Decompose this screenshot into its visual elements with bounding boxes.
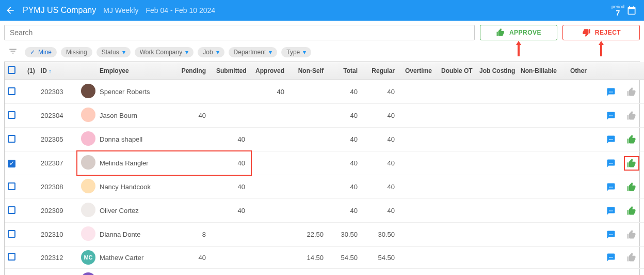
col-submitted[interactable]: Submitted bbox=[213, 62, 252, 80]
date-range: Feb 04 - Feb 10 2024 bbox=[146, 6, 215, 14]
table-row[interactable]: 202313 AS Agnus Stone 40 14.50 54.50 54.… bbox=[5, 269, 644, 276]
note-icon[interactable] bbox=[604, 205, 618, 217]
row-submitted bbox=[213, 104, 252, 128]
row-id: 202304 bbox=[38, 104, 78, 128]
approve-row-button[interactable] bbox=[625, 181, 638, 193]
col-total[interactable]: Total bbox=[331, 62, 365, 80]
note-icon[interactable] bbox=[604, 133, 618, 146]
approve-row-button[interactable] bbox=[625, 228, 638, 241]
back-icon[interactable] bbox=[5, 5, 15, 16]
row-checkbox[interactable] bbox=[8, 230, 15, 238]
row-non-self: 14.50 bbox=[292, 269, 331, 276]
table-row[interactable]: 202304 Jason Bourn 40 40 40 bbox=[5, 104, 644, 128]
reject-button[interactable]: REJECT bbox=[562, 25, 640, 40]
avatar bbox=[81, 131, 95, 146]
row-non-self bbox=[292, 175, 331, 199]
row-employee: Agnus Stone bbox=[96, 269, 174, 276]
row-non-self: 14.50 bbox=[292, 247, 331, 269]
company-name[interactable]: PYMJ US Company bbox=[23, 6, 96, 15]
table-row[interactable]: 202303 Spencer Roberts 40 40 40 bbox=[5, 80, 644, 104]
approve-row-button[interactable] bbox=[625, 86, 638, 98]
row-submitted: 40 bbox=[213, 151, 252, 175]
row-regular: 54.50 bbox=[365, 269, 402, 276]
row-regular: 40 bbox=[365, 199, 402, 223]
schedule-name: MJ Weekly bbox=[103, 6, 138, 14]
select-all-checkbox[interactable] bbox=[8, 66, 15, 74]
row-approved bbox=[252, 151, 292, 175]
row-pending: 40 bbox=[174, 247, 213, 269]
row-checkbox[interactable]: ✓ bbox=[8, 160, 15, 167]
col-id[interactable]: ID ↑ bbox=[38, 62, 78, 80]
row-checkbox[interactable] bbox=[8, 111, 15, 119]
row-checkbox[interactable] bbox=[8, 87, 15, 95]
col-non-billable[interactable]: Non-Billable bbox=[518, 62, 560, 80]
row-checkbox[interactable] bbox=[8, 182, 15, 190]
row-total: 40 bbox=[331, 175, 365, 199]
filter-status[interactable]: Status▾ bbox=[96, 47, 131, 57]
col-job-costing[interactable]: Job Costing bbox=[476, 62, 518, 80]
table-row[interactable]: 202310 Dianna Donte 8 22.50 30.50 30.50 bbox=[5, 223, 644, 247]
row-approved bbox=[252, 104, 292, 128]
table-row[interactable]: 202312 MC Mathew Carter 40 14.50 54.50 5… bbox=[5, 247, 644, 269]
col-other[interactable]: Other bbox=[560, 62, 594, 80]
row-non-self bbox=[292, 104, 331, 128]
approve-row-button[interactable] bbox=[625, 133, 638, 146]
row-submitted bbox=[213, 80, 252, 104]
col-double-ot[interactable]: Double OT bbox=[438, 62, 476, 80]
filter-mine[interactable]: ✓Mine bbox=[25, 47, 57, 57]
row-total: 40 bbox=[331, 80, 365, 104]
row-approved bbox=[252, 128, 292, 151]
approve-button-label: APPROVE bbox=[509, 29, 541, 36]
filter-work-company[interactable]: Work Company▾ bbox=[135, 47, 194, 57]
table-row[interactable]: 202308 Nancy Handcook 40 40 40 bbox=[5, 175, 644, 199]
filter-department[interactable]: Department▾ bbox=[229, 47, 278, 57]
note-icon[interactable] bbox=[604, 157, 618, 170]
table-row[interactable]: ✓ 202307 Melinda Rangler 40 40 40 bbox=[5, 151, 644, 175]
row-pending: 40 bbox=[174, 104, 213, 128]
row-checkbox[interactable] bbox=[8, 253, 15, 261]
row-checkbox[interactable] bbox=[8, 206, 15, 214]
col-employee[interactable]: Employee bbox=[96, 62, 174, 80]
row-id: 202307 bbox=[38, 151, 78, 175]
table-row[interactable]: 202309 Oliver Cortez 40 40 40 bbox=[5, 199, 644, 223]
row-approved bbox=[252, 175, 292, 199]
col-overtime[interactable]: Overtime bbox=[402, 62, 438, 80]
row-non-self bbox=[292, 199, 331, 223]
row-pending bbox=[174, 199, 213, 223]
row-checkbox[interactable] bbox=[8, 135, 15, 143]
row-regular: 40 bbox=[365, 175, 402, 199]
filter-job[interactable]: Job▾ bbox=[198, 47, 224, 57]
approve-row-button[interactable] bbox=[625, 110, 638, 122]
row-regular: 54.50 bbox=[365, 247, 402, 269]
approve-row-button[interactable] bbox=[625, 157, 638, 170]
note-icon[interactable] bbox=[604, 228, 618, 241]
col-approved[interactable]: Approved bbox=[252, 62, 292, 80]
col-non-self[interactable]: Non-Self bbox=[292, 62, 331, 80]
search-input[interactable] bbox=[4, 25, 475, 40]
filter-icon[interactable] bbox=[5, 47, 21, 57]
note-icon[interactable] bbox=[604, 110, 618, 122]
col-regular[interactable]: Regular bbox=[365, 62, 402, 80]
filter-missing[interactable]: Missing bbox=[61, 47, 92, 57]
approve-button[interactable]: APPROVE bbox=[480, 25, 557, 40]
row-employee: Nancy Handcook bbox=[96, 175, 174, 199]
period-selector[interactable]: period 7 bbox=[611, 5, 639, 17]
approve-row-button[interactable] bbox=[625, 251, 638, 264]
row-total: 40 bbox=[331, 151, 365, 175]
row-total: 40 bbox=[331, 199, 365, 223]
row-submitted: 40 bbox=[213, 128, 252, 151]
note-icon[interactable] bbox=[604, 86, 618, 98]
col-pending[interactable]: Pending bbox=[174, 62, 213, 80]
row-id: 202305 bbox=[38, 128, 78, 151]
table-row[interactable]: 202305 Donna shapell 40 40 40 bbox=[5, 128, 644, 151]
period-value: 7 bbox=[611, 9, 624, 17]
filter-type[interactable]: Type▾ bbox=[281, 47, 311, 57]
avatar bbox=[81, 84, 95, 98]
note-icon[interactable] bbox=[604, 181, 618, 193]
note-icon[interactable] bbox=[604, 251, 618, 264]
row-total: 40 bbox=[331, 128, 365, 151]
row-regular: 40 bbox=[365, 104, 402, 128]
calendar-icon[interactable] bbox=[626, 5, 637, 16]
approve-row-button[interactable] bbox=[625, 205, 638, 217]
row-submitted bbox=[213, 223, 252, 247]
